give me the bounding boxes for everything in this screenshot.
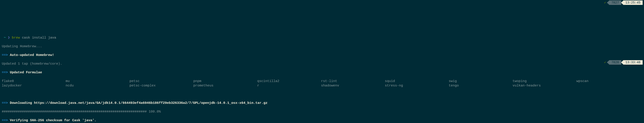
formula-item: prometheus <box>194 84 253 88</box>
check-icon: ✓ <box>604 1 606 5</box>
formula-item: tengo <box>449 84 508 88</box>
chevron-icon <box>621 61 623 64</box>
prompt-tilde: ~ <box>4 36 6 40</box>
status-number: 7828 <box>609 60 621 65</box>
formula-item: vulkan-headers <box>512 84 572 88</box>
status-time: 13:25:45 <box>623 0 643 5</box>
formula-item: shadowenv <box>321 84 380 88</box>
formulae-grid: flake8 mu petsc pnpm qscintilla2 rst-lin… <box>2 79 636 88</box>
formula-item: flake8 <box>2 79 61 84</box>
formula-item: petsc <box>130 79 189 84</box>
command-args: cask install java <box>22 36 56 40</box>
output-progress: ########################################… <box>2 110 642 114</box>
status-bar-top: ✓ 7827 13:25:45 <box>604 0 643 5</box>
arrow-icon: ==> <box>2 101 8 105</box>
formula-item: lazydocker <box>2 84 61 88</box>
formula-item <box>576 84 636 88</box>
status-time: 13:33:48 <box>623 60 643 65</box>
formula-item: squid <box>385 79 444 84</box>
formula-item: petsc-complex <box>130 84 189 88</box>
formula-item: pnpm <box>194 79 253 84</box>
command-brew: brew <box>12 36 20 40</box>
output-auto-updated: ==> Auto-updated Homebrew! <box>2 53 642 58</box>
chevron-icon <box>607 61 609 64</box>
status-bar-bottom: ✓ 7828 13:33:48 <box>604 60 643 65</box>
check-icon: ✓ <box>604 61 606 64</box>
status-number: 7827 <box>609 0 621 5</box>
formula-item: ncdu <box>66 84 125 88</box>
formula-item: twoping <box>512 79 572 84</box>
output-updated-tap: Updated 1 tap (homebrew/core). <box>2 62 642 66</box>
formula-item: stress-ng <box>385 84 444 88</box>
formula-item: wpscan <box>576 79 636 84</box>
output-downloading: ==> Downloading https://download.java.ne… <box>2 101 642 105</box>
formula-item: qscintilla2 <box>257 79 317 84</box>
prompt-arrow-icon: ❯ <box>8 36 10 40</box>
formula-item: mu <box>66 79 125 84</box>
formula-item: swig <box>449 79 508 84</box>
formula-item: rst-lint <box>321 79 380 84</box>
output-updated-formulae-header: ==> Updated Formulae <box>2 70 642 75</box>
output-updating: Updating Homebrew... <box>2 44 642 49</box>
prompt-line[interactable]: ~ ❯ brew cask install java <box>2 36 642 40</box>
blank-line <box>2 92 642 97</box>
arrow-icon: ==> <box>2 119 8 122</box>
formula-item: r <box>257 84 317 88</box>
arrow-icon: ==> <box>2 53 8 57</box>
output-verifying: ==> Verifying SHA-256 checksum for Cask … <box>2 118 642 123</box>
arrow-icon: ==> <box>2 71 8 74</box>
chevron-icon <box>621 1 623 5</box>
chevron-icon <box>607 1 609 5</box>
